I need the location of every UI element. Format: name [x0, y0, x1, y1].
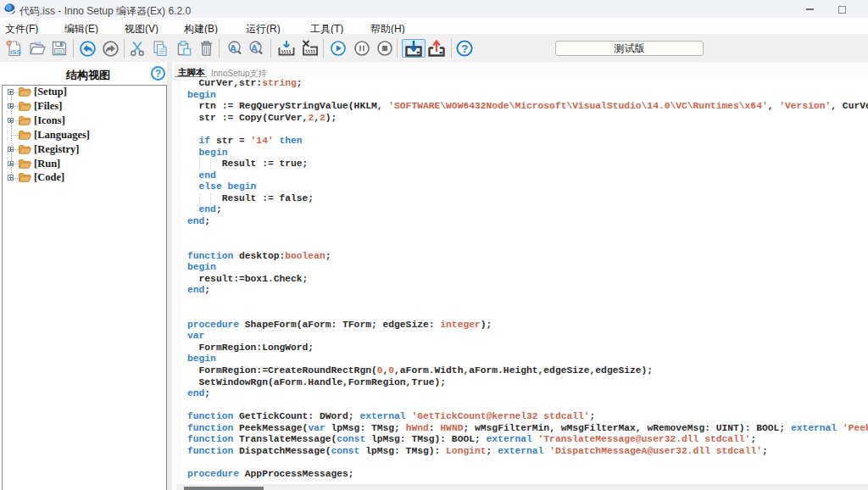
- svg-text:?: ?: [461, 42, 468, 55]
- svg-text:ISS: ISS: [10, 48, 22, 56]
- svg-text:?: ?: [155, 68, 161, 80]
- svg-text:A: A: [251, 43, 258, 53]
- svg-text:A: A: [230, 43, 236, 53]
